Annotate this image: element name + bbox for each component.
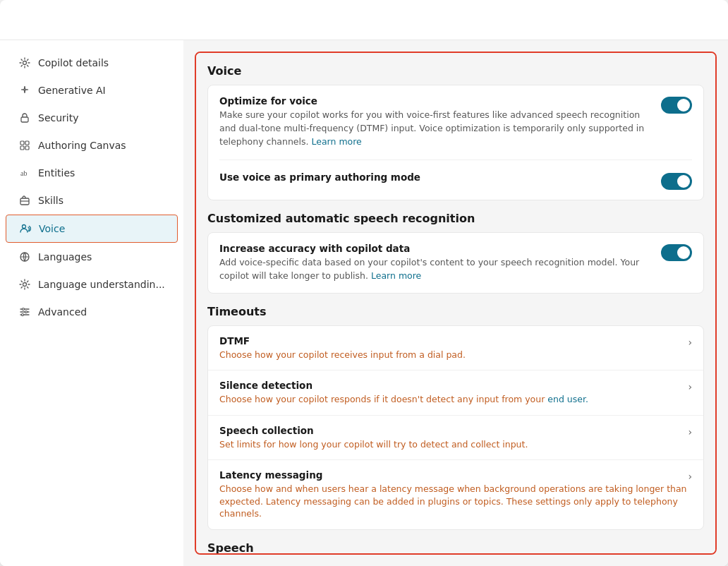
sidebar-item-label: Skills — [38, 195, 63, 206]
svg-point-10 — [23, 283, 27, 287]
main-inner: VoiceOptimize for voiceMake sure your co… — [195, 52, 717, 555]
section-timeouts: TimeoutsDTMFChoose how your copilot rece… — [207, 305, 704, 530]
briefcase-icon — [18, 194, 31, 207]
section-title-timeouts: Timeouts — [207, 305, 704, 318]
sidebar-item-languages[interactable]: Languages — [6, 243, 178, 270]
sidebar-item-label: Security — [38, 112, 79, 124]
sidebar-item-authoring-canvas[interactable]: Authoring Canvas — [6, 132, 178, 159]
sidebar-item-label: Authoring Canvas — [38, 140, 126, 151]
sidebar-item-label: Language understandin... — [38, 279, 165, 290]
latency-messaging-label: Latency messaging — [219, 469, 688, 481]
text-icon: ab — [18, 167, 31, 179]
svg-point-13 — [22, 314, 24, 316]
toggle-optimize-voice[interactable] — [661, 97, 692, 114]
titlebar — [0, 0, 728, 40]
sidebar-item-label: Voice — [39, 223, 65, 234]
sidebar-item-label: Entities — [38, 167, 75, 179]
svg-rect-4 — [20, 146, 24, 150]
svg-rect-3 — [25, 141, 29, 145]
card-label-increase-accuracy: Increase accuracy with copilot data — [219, 243, 650, 254]
timeouts-card: DTMFChoose how your copilot receives inp… — [207, 325, 704, 530]
sidebar-item-label: Copilot details — [38, 57, 109, 68]
svg-text:ab: ab — [20, 169, 27, 177]
sidebar-item-generative-ai[interactable]: Generative AI — [6, 77, 178, 104]
gear2-icon — [18, 278, 31, 291]
speech-collection-text: Speech collectionSet limits for how long… — [219, 425, 528, 451]
sliders-icon — [18, 306, 31, 318]
card-custom-asr: Increase accuracy with copilot dataAdd v… — [207, 232, 704, 294]
svg-point-0 — [23, 61, 27, 65]
latency-messaging-text: Latency messagingChoose how and when use… — [219, 469, 688, 520]
sidebar-item-skills[interactable]: Skills — [6, 187, 178, 214]
silence-detection-chevron: › — [688, 381, 692, 392]
grid-icon — [18, 139, 31, 152]
speech-collection-label: Speech collection — [219, 425, 528, 436]
latency-messaging-chevron: › — [688, 471, 692, 482]
sidebar-item-advanced[interactable]: Advanced — [6, 299, 178, 325]
settings-window: Copilot detailsGenerative AISecurityAuth… — [0, 0, 728, 566]
section-custom-asr: Customized automatic speech recognitionI… — [207, 212, 704, 294]
dtmf-desc: Choose how your copilot receives input f… — [219, 349, 466, 361]
sidebar: Copilot detailsGenerative AISecurityAuth… — [0, 40, 183, 566]
card-desc-increase-accuracy: Add voice-specific data based on your co… — [219, 256, 650, 283]
dtmf-label: DTMF — [219, 335, 466, 347]
timeouts-item-dtmf[interactable]: DTMFChoose how your copilot receives inp… — [208, 326, 703, 371]
card-desc-optimize-voice: Make sure your copilot works for you wit… — [219, 109, 650, 148]
sidebar-item-label: Generative AI — [38, 85, 106, 96]
section-speech: SpeechSensitivityControls the level of s… — [207, 541, 704, 555]
card-label-optimize-voice: Optimize for voice — [219, 95, 650, 107]
card-text-optimize-voice: Optimize for voiceMake sure your copilot… — [219, 95, 650, 148]
speech-collection-desc: Set limits for how long your copilot wil… — [219, 438, 528, 451]
section-title-custom-asr: Customized automatic speech recognition — [207, 212, 704, 225]
card-row-optimize-voice: Optimize for voiceMake sure your copilot… — [219, 95, 692, 148]
learn-more-link-optimize-voice[interactable]: Learn more — [311, 136, 361, 147]
lock-icon — [18, 112, 31, 124]
sparkle-icon — [18, 84, 31, 97]
sidebar-item-entities[interactable]: abEntities — [6, 159, 178, 186]
speech-collection-chevron: › — [688, 426, 692, 438]
svg-rect-1 — [21, 117, 28, 122]
person-voice-icon — [19, 222, 32, 235]
timeouts-item-latency-messaging[interactable]: Latency messagingChoose how and when use… — [208, 460, 703, 529]
svg-rect-5 — [25, 146, 29, 150]
dtmf-chevron: › — [688, 337, 692, 348]
timeouts-item-silence-detection[interactable]: Silence detectionChoose how your copilot… — [208, 371, 703, 416]
card-row-increase-accuracy: Increase accuracy with copilot dataAdd v… — [219, 243, 692, 283]
latency-messaging-desc: Choose how and when users hear a latency… — [219, 483, 688, 520]
svg-point-11 — [23, 308, 25, 311]
gear-icon — [18, 56, 31, 69]
card-text-primary-authoring: Use voice as primary authoring mode — [219, 171, 650, 185]
sidebar-item-security[interactable]: Security — [6, 104, 178, 131]
learn-more-link-increase-accuracy[interactable]: Learn more — [371, 270, 421, 281]
globe-icon — [18, 251, 31, 263]
card-text-increase-accuracy: Increase accuracy with copilot dataAdd v… — [219, 243, 650, 283]
card-row-primary-authoring: Use voice as primary authoring mode — [219, 159, 692, 190]
sidebar-item-copilot-details[interactable]: Copilot details — [6, 49, 178, 76]
sidebar-item-voice[interactable]: Voice — [6, 215, 178, 243]
timeouts-item-speech-collection[interactable]: Speech collectionSet limits for how long… — [208, 416, 703, 461]
content-area: Copilot detailsGenerative AISecurityAuth… — [0, 40, 728, 566]
toggle-primary-authoring[interactable] — [661, 173, 692, 190]
close-button[interactable] — [694, 11, 714, 31]
dtmf-text: DTMFChoose how your copilot receives inp… — [219, 335, 466, 361]
silence-detection-label: Silence detection — [219, 380, 588, 391]
svg-point-12 — [25, 311, 28, 313]
section-title-voice: Voice — [207, 64, 704, 78]
toggle-increase-accuracy[interactable] — [661, 244, 692, 261]
silence-detection-desc: Choose how your copilot responds if it d… — [219, 393, 588, 406]
card-label-primary-authoring: Use voice as primary authoring mode — [219, 171, 650, 183]
section-title-speech: Speech — [207, 541, 704, 555]
main-content: VoiceOptimize for voiceMake sure your co… — [183, 40, 728, 566]
svg-point-8 — [23, 225, 26, 229]
silence-detection-text: Silence detectionChoose how your copilot… — [219, 380, 588, 406]
sidebar-item-language-understanding[interactable]: Language understandin... — [6, 271, 178, 298]
card-voice: Optimize for voiceMake sure your copilot… — [207, 85, 704, 200]
svg-rect-2 — [20, 141, 24, 145]
sidebar-item-label: Advanced — [38, 306, 87, 318]
sidebar-item-label: Languages — [38, 251, 92, 263]
section-voice: VoiceOptimize for voiceMake sure your co… — [207, 64, 704, 200]
